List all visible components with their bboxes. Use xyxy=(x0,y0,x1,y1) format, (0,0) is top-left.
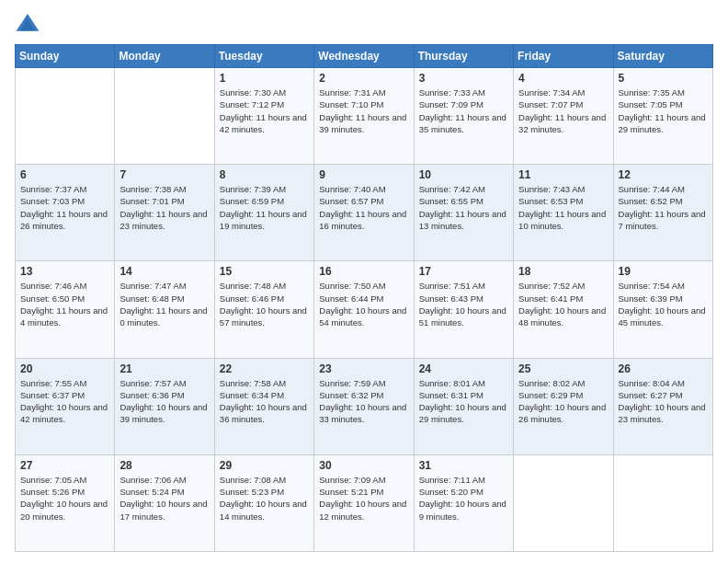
day-cell: 23Sunrise: 7:59 AM Sunset: 6:32 PM Dayli… xyxy=(314,358,414,454)
day-cell: 11Sunrise: 7:43 AM Sunset: 6:53 PM Dayli… xyxy=(514,165,613,261)
day-info: Sunrise: 7:06 AM Sunset: 5:24 PM Dayligh… xyxy=(119,474,209,523)
day-number: 8 xyxy=(220,168,309,181)
day-number: 2 xyxy=(319,72,408,85)
day-cell: 3Sunrise: 7:33 AM Sunset: 7:09 PM Daylig… xyxy=(414,68,513,165)
day-cell: 14Sunrise: 7:47 AM Sunset: 6:48 PM Dayli… xyxy=(115,261,214,358)
day-number: 27 xyxy=(20,459,109,472)
day-number: 9 xyxy=(319,168,408,181)
day-info: Sunrise: 7:08 AM Sunset: 5:23 PM Dayligh… xyxy=(220,474,309,523)
day-number: 21 xyxy=(119,362,209,375)
day-cell: 28Sunrise: 7:06 AM Sunset: 5:24 PM Dayli… xyxy=(115,454,214,551)
day-info: Sunrise: 7:54 AM Sunset: 6:39 PM Dayligh… xyxy=(619,280,708,328)
day-number: 6 xyxy=(20,168,109,181)
page: Sunday Monday Tuesday Wednesday Thursday… xyxy=(0,0,728,563)
day-info: Sunrise: 8:01 AM Sunset: 6:31 PM Dayligh… xyxy=(419,377,508,426)
day-cell: 12Sunrise: 7:44 AM Sunset: 6:52 PM Dayli… xyxy=(613,165,712,261)
day-info: Sunrise: 7:59 AM Sunset: 6:32 PM Dayligh… xyxy=(319,377,408,426)
day-cell: 5Sunrise: 7:35 AM Sunset: 7:05 PM Daylig… xyxy=(613,68,712,165)
day-info: Sunrise: 7:44 AM Sunset: 6:52 PM Dayligh… xyxy=(619,183,708,232)
day-cell: 7Sunrise: 7:38 AM Sunset: 7:01 PM Daylig… xyxy=(115,165,214,261)
day-info: Sunrise: 7:11 AM Sunset: 5:20 PM Dayligh… xyxy=(419,474,508,523)
day-info: Sunrise: 8:02 AM Sunset: 6:29 PM Dayligh… xyxy=(518,377,608,426)
day-cell: 22Sunrise: 7:58 AM Sunset: 6:34 PM Dayli… xyxy=(214,358,313,454)
day-number: 31 xyxy=(419,459,508,472)
day-info: Sunrise: 8:04 AM Sunset: 6:27 PM Dayligh… xyxy=(619,377,708,426)
day-cell: 29Sunrise: 7:08 AM Sunset: 5:23 PM Dayli… xyxy=(214,454,313,551)
day-number: 4 xyxy=(518,72,608,85)
day-info: Sunrise: 7:50 AM Sunset: 6:44 PM Dayligh… xyxy=(319,280,408,328)
day-cell: 30Sunrise: 7:09 AM Sunset: 5:21 PM Dayli… xyxy=(314,454,414,551)
day-cell: 19Sunrise: 7:54 AM Sunset: 6:39 PM Dayli… xyxy=(613,261,712,358)
header xyxy=(15,11,713,37)
week-row-1: 1Sunrise: 7:30 AM Sunset: 7:12 PM Daylig… xyxy=(16,68,713,165)
day-cell: 17Sunrise: 7:51 AM Sunset: 6:43 PM Dayli… xyxy=(414,261,513,358)
day-cell: 13Sunrise: 7:46 AM Sunset: 6:50 PM Dayli… xyxy=(16,261,115,358)
week-row-2: 6Sunrise: 7:37 AM Sunset: 7:03 PM Daylig… xyxy=(16,165,713,261)
day-cell: 1Sunrise: 7:30 AM Sunset: 7:12 PM Daylig… xyxy=(214,68,313,165)
day-number: 15 xyxy=(220,265,309,278)
day-info: Sunrise: 7:39 AM Sunset: 6:59 PM Dayligh… xyxy=(220,183,309,232)
logo xyxy=(15,11,44,37)
day-number: 1 xyxy=(220,72,309,85)
day-number: 24 xyxy=(419,362,508,375)
day-cell xyxy=(514,454,613,551)
day-cell: 24Sunrise: 8:01 AM Sunset: 6:31 PM Dayli… xyxy=(414,358,513,454)
header-tuesday: Tuesday xyxy=(214,45,313,68)
day-cell: 8Sunrise: 7:39 AM Sunset: 6:59 PM Daylig… xyxy=(214,165,313,261)
day-info: Sunrise: 7:58 AM Sunset: 6:34 PM Dayligh… xyxy=(220,377,309,426)
day-info: Sunrise: 7:05 AM Sunset: 5:26 PM Dayligh… xyxy=(20,474,109,523)
logo-icon xyxy=(15,11,40,37)
day-cell: 16Sunrise: 7:50 AM Sunset: 6:44 PM Dayli… xyxy=(314,261,414,358)
day-info: Sunrise: 7:34 AM Sunset: 7:07 PM Dayligh… xyxy=(518,86,608,135)
day-number: 29 xyxy=(220,459,309,472)
day-info: Sunrise: 7:48 AM Sunset: 6:46 PM Dayligh… xyxy=(220,280,309,328)
day-cell: 31Sunrise: 7:11 AM Sunset: 5:20 PM Dayli… xyxy=(414,454,513,551)
day-number: 25 xyxy=(518,362,608,375)
day-info: Sunrise: 7:35 AM Sunset: 7:05 PM Dayligh… xyxy=(619,86,708,135)
day-cell: 18Sunrise: 7:52 AM Sunset: 6:41 PM Dayli… xyxy=(514,261,613,358)
day-number: 28 xyxy=(119,459,209,472)
day-number: 5 xyxy=(619,72,708,85)
day-cell: 21Sunrise: 7:57 AM Sunset: 6:36 PM Dayli… xyxy=(115,358,214,454)
day-info: Sunrise: 7:57 AM Sunset: 6:36 PM Dayligh… xyxy=(119,377,209,426)
day-info: Sunrise: 7:43 AM Sunset: 6:53 PM Dayligh… xyxy=(518,183,608,232)
day-number: 19 xyxy=(619,265,708,278)
day-number: 22 xyxy=(220,362,309,375)
day-info: Sunrise: 7:40 AM Sunset: 6:57 PM Dayligh… xyxy=(319,183,408,232)
day-cell xyxy=(613,454,712,551)
header-monday: Monday xyxy=(115,45,214,68)
header-wednesday: Wednesday xyxy=(314,45,414,68)
day-number: 30 xyxy=(319,459,408,472)
header-friday: Friday xyxy=(514,45,613,68)
day-cell: 9Sunrise: 7:40 AM Sunset: 6:57 PM Daylig… xyxy=(314,165,414,261)
day-info: Sunrise: 7:51 AM Sunset: 6:43 PM Dayligh… xyxy=(419,280,508,328)
day-number: 10 xyxy=(419,168,508,181)
day-cell: 20Sunrise: 7:55 AM Sunset: 6:37 PM Dayli… xyxy=(16,358,115,454)
day-number: 12 xyxy=(619,168,708,181)
day-info: Sunrise: 7:30 AM Sunset: 7:12 PM Dayligh… xyxy=(220,86,309,135)
week-row-5: 27Sunrise: 7:05 AM Sunset: 5:26 PM Dayli… xyxy=(16,454,713,551)
calendar-table: Sunday Monday Tuesday Wednesday Thursday… xyxy=(15,44,713,552)
day-number: 20 xyxy=(20,362,109,375)
day-cell: 2Sunrise: 7:31 AM Sunset: 7:10 PM Daylig… xyxy=(314,68,414,165)
day-info: Sunrise: 7:37 AM Sunset: 7:03 PM Dayligh… xyxy=(20,183,109,232)
day-number: 23 xyxy=(319,362,408,375)
weekday-header-row: Sunday Monday Tuesday Wednesday Thursday… xyxy=(16,45,713,68)
header-saturday: Saturday xyxy=(613,45,712,68)
day-cell: 6Sunrise: 7:37 AM Sunset: 7:03 PM Daylig… xyxy=(16,165,115,261)
day-info: Sunrise: 7:33 AM Sunset: 7:09 PM Dayligh… xyxy=(419,86,508,135)
day-info: Sunrise: 7:55 AM Sunset: 6:37 PM Dayligh… xyxy=(20,377,109,426)
week-row-3: 13Sunrise: 7:46 AM Sunset: 6:50 PM Dayli… xyxy=(16,261,713,358)
day-number: 13 xyxy=(20,265,109,278)
header-sunday: Sunday xyxy=(16,45,115,68)
day-number: 18 xyxy=(518,265,608,278)
day-info: Sunrise: 7:42 AM Sunset: 6:55 PM Dayligh… xyxy=(419,183,508,232)
day-info: Sunrise: 7:09 AM Sunset: 5:21 PM Dayligh… xyxy=(319,474,408,523)
day-number: 3 xyxy=(419,72,508,85)
day-info: Sunrise: 7:47 AM Sunset: 6:48 PM Dayligh… xyxy=(119,280,209,328)
day-cell: 25Sunrise: 8:02 AM Sunset: 6:29 PM Dayli… xyxy=(514,358,613,454)
day-number: 26 xyxy=(619,362,708,375)
day-number: 11 xyxy=(518,168,608,181)
day-number: 7 xyxy=(119,168,209,181)
day-cell: 4Sunrise: 7:34 AM Sunset: 7:07 PM Daylig… xyxy=(514,68,613,165)
